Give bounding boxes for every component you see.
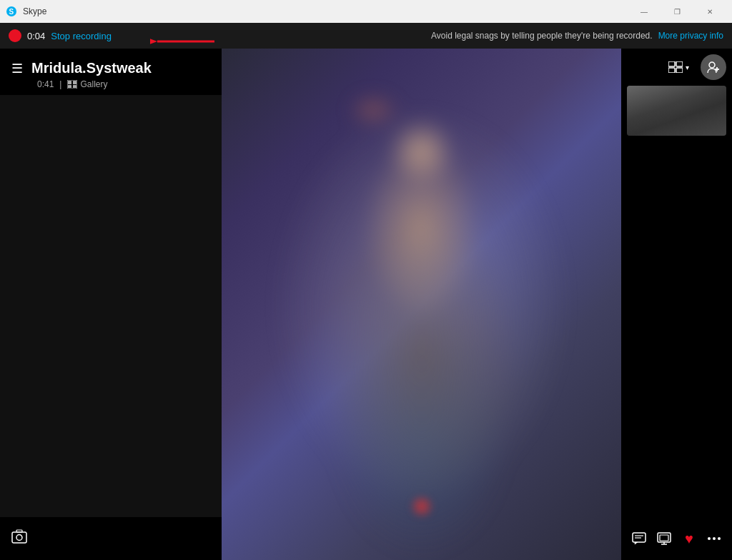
screen-share-button[interactable] [652, 526, 677, 551]
chat-icon [632, 532, 646, 545]
recording-notice-text: Avoid legal snags by telling people they… [431, 31, 653, 41]
skype-icon: S [6, 6, 17, 17]
main-area: ☰ Mridula.Systweak 0:41 | Gallery [0, 49, 732, 560]
gallery-section: Gallery [67, 79, 107, 89]
call-duration: 0:41 [37, 79, 54, 89]
svg-point-28 [718, 537, 721, 540]
left-panel: ☰ Mridula.Systweak 0:41 | Gallery [0, 49, 222, 560]
svg-point-16 [709, 62, 715, 68]
restore-button[interactable]: ❐ [661, 0, 693, 23]
more-privacy-link[interactable]: More privacy info [658, 31, 723, 41]
screenshot-button[interactable] [11, 529, 27, 549]
svg-rect-6 [73, 81, 76, 84]
screenshot-icon [11, 529, 27, 545]
close-button[interactable]: ✕ [693, 0, 726, 23]
separator: | [59, 79, 61, 89]
svg-point-10 [16, 534, 22, 540]
chat-button[interactable] [627, 526, 652, 551]
layout-chevron: ▾ [686, 64, 689, 71]
svg-text:S: S [9, 8, 14, 16]
title-bar-left: S Skype [6, 6, 46, 17]
svg-rect-9 [12, 532, 26, 543]
recording-bar: 0:04 Stop recording Avoid legal snags by… [0, 23, 732, 49]
stop-recording-link[interactable]: Stop recording [51, 31, 112, 41]
svg-rect-11 [16, 530, 22, 532]
svg-point-26 [708, 537, 711, 540]
layout-button[interactable]: ▾ [663, 59, 695, 76]
gallery-label: Gallery [80, 79, 107, 89]
left-panel-video-area [0, 95, 222, 517]
call-info-row: 0:41 | Gallery [0, 79, 222, 89]
window-controls: — ❐ ✕ [628, 0, 726, 23]
video-accent [407, 496, 436, 517]
left-panel-header: ☰ Mridula.Systweak [0, 49, 222, 79]
person-blur-overlay [222, 49, 621, 560]
svg-rect-8 [73, 85, 76, 88]
heart-button[interactable]: ♥ [677, 526, 702, 551]
right-panel: ▾ [621, 49, 732, 560]
contact-name: Mridula.Systweak [31, 60, 152, 76]
left-panel-bottom [0, 517, 222, 560]
svg-rect-13 [676, 61, 683, 66]
thumbnail-box [627, 86, 726, 136]
right-panel-header: ▾ [621, 49, 732, 86]
layout-icon [668, 61, 683, 73]
svg-point-27 [713, 537, 716, 540]
minimize-button[interactable]: — [628, 0, 661, 23]
svg-rect-15 [676, 68, 683, 73]
record-indicator [9, 29, 21, 42]
more-options-button[interactable] [701, 526, 726, 551]
app-title: Skype [23, 6, 46, 16]
svg-rect-23 [660, 535, 668, 541]
gallery-icon [67, 80, 77, 89]
screen-share-icon [657, 532, 671, 545]
center-video [222, 49, 621, 560]
svg-rect-5 [68, 81, 71, 84]
video-feed [222, 49, 621, 560]
record-time: 0:04 [27, 31, 45, 41]
svg-rect-7 [68, 85, 71, 88]
add-person-button[interactable] [701, 54, 726, 80]
right-panel-bottom: ♥ [621, 517, 732, 560]
title-bar: S Skype — ❐ ✕ [0, 0, 732, 23]
add-person-icon [707, 61, 720, 74]
thumbnail-preview [627, 86, 726, 136]
svg-rect-14 [668, 68, 675, 73]
hamburger-icon[interactable]: ☰ [11, 61, 23, 76]
svg-rect-12 [668, 61, 675, 66]
more-icon [707, 536, 721, 541]
